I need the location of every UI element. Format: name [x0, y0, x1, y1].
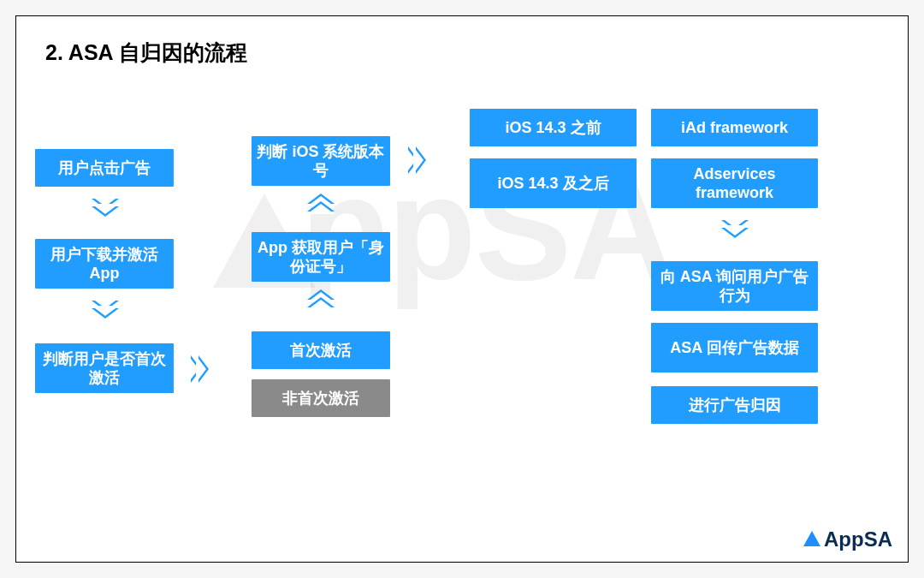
box-first-activate: 首次激活 [252, 331, 390, 369]
box-do-attribution: 进行广告归因 [651, 386, 818, 424]
box-ios-pre-143: iOS 14.3 之前 [470, 109, 637, 146]
arrow-right [191, 355, 206, 383]
logo-triangle-icon [803, 531, 820, 546]
box-ios-post-143: iOS 14.3 及之后 [470, 158, 637, 208]
arrow-down [92, 301, 119, 316]
box-user-click-ad: 用户点击广告 [35, 149, 174, 187]
slide-frame: 2. ASA 自归因的流程 ppSA 用户点击广告 用户下载并激活 App 判断… [15, 15, 909, 563]
arrow-down [721, 220, 749, 235]
box-app-get-id: App 获取用户「身份证号」 [252, 232, 390, 282]
arrow-down [92, 199, 119, 214]
arrow-up [307, 292, 335, 307]
box-query-asa: 向 ASA 询问用户广告行为 [651, 261, 818, 311]
box-user-download-activate: 用户下载并激活 App [35, 239, 174, 289]
arrow-up [307, 196, 335, 212]
box-asa-return: ASA 回传广告数据 [651, 323, 818, 372]
box-adservices-framework: Adservices framework [651, 158, 818, 208]
box-judge-ios-version: 判断 iOS 系统版本号 [252, 136, 390, 186]
box-judge-first-activate: 判断用户是否首次激活 [35, 343, 174, 393]
logo-text: AppSA [824, 527, 892, 551]
box-iad-framework: iAd framework [651, 109, 818, 146]
arrow-right [408, 146, 424, 174]
box-not-first-activate: 非首次激活 [252, 379, 390, 417]
appsa-logo: AppSA [803, 527, 892, 551]
slide-title: 2. ASA 自归因的流程 [45, 39, 247, 67]
